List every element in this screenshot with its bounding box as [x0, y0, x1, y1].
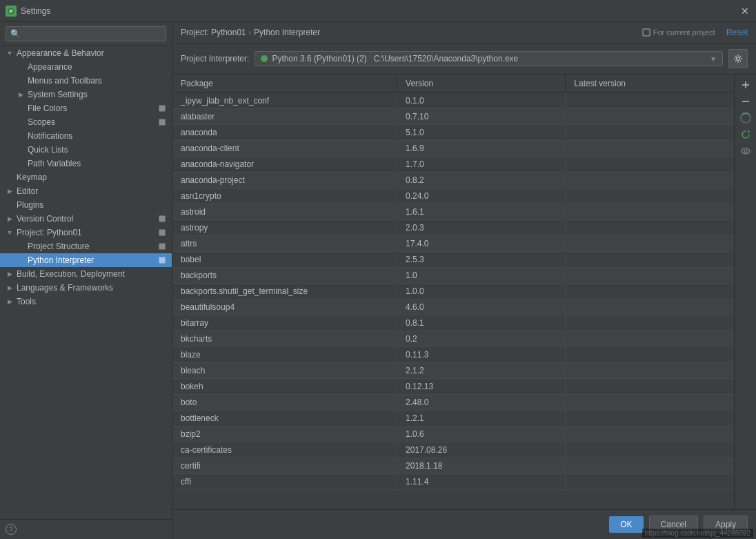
- table-row[interactable]: astropy2.0.3: [172, 220, 734, 236]
- latest-version-cell: [566, 427, 734, 442]
- breadcrumb-project: Project: Python01: [181, 28, 246, 37]
- latest-version-cell: [566, 379, 734, 395]
- sidebar-label-menus-toolbars: Menus and Toolbars: [28, 76, 102, 86]
- sidebar-item-quick-lists[interactable]: Quick Lists: [0, 143, 172, 157]
- upgrade-package-button[interactable]: [738, 110, 753, 126]
- add-package-button[interactable]: [738, 77, 753, 92]
- svg-rect-3: [159, 119, 166, 126]
- sidebar-item-menus-toolbars[interactable]: Menus and Toolbars: [0, 74, 172, 88]
- reset-button[interactable]: Reset: [726, 28, 748, 37]
- toggle-outdated-button[interactable]: [738, 144, 753, 159]
- table-row[interactable]: bokeh0.12.13: [172, 379, 734, 395]
- package-name-cell: bottleneck: [172, 411, 397, 427]
- packages-table-scroll[interactable]: Package Version Latest version: [172, 75, 734, 509]
- sidebar-item-appearance[interactable]: Appearance: [0, 60, 172, 74]
- version-cell: 0.1.0: [397, 93, 566, 109]
- version-cell: 0.7.10: [397, 109, 566, 125]
- leaf-spacer: [17, 63, 25, 71]
- package-name-cell: blaze: [172, 347, 397, 363]
- sidebar-item-plugins[interactable]: Plugins: [0, 198, 172, 212]
- sidebar-item-notifications[interactable]: Notifications: [0, 129, 172, 143]
- sidebar-item-version-control[interactable]: ▶ Version Control: [0, 212, 172, 226]
- interpreter-icon: [158, 256, 166, 264]
- latest-version-cell: [566, 252, 734, 268]
- table-row[interactable]: attrs17.4.0: [172, 236, 734, 252]
- table-row[interactable]: anaconda-project0.8.2: [172, 173, 734, 188]
- table-row[interactable]: bottleneck1.2.1: [172, 411, 734, 427]
- svg-rect-2: [159, 106, 166, 112]
- table-row[interactable]: bleach2.1.2: [172, 363, 734, 379]
- latest-version-cell: [566, 300, 734, 315]
- search-input[interactable]: [6, 26, 166, 41]
- sidebar-item-scopes[interactable]: Scopes: [0, 115, 172, 129]
- table-row[interactable]: blaze0.11.3: [172, 347, 734, 363]
- project-icon: [158, 228, 166, 237]
- help-button[interactable]: ?: [6, 524, 17, 535]
- sidebar-item-appearance-behavior[interactable]: ▼ Appearance & Behavior: [0, 46, 172, 60]
- table-row[interactable]: certifi2018.1.18: [172, 458, 734, 474]
- sidebar-item-file-colors[interactable]: File Colors: [0, 101, 172, 115]
- table-row[interactable]: alabaster0.7.10: [172, 109, 734, 125]
- sidebar-item-project-structure[interactable]: Project Structure: [0, 239, 172, 253]
- sidebar-label-tools: Tools: [17, 297, 36, 306]
- sidebar-item-system-settings[interactable]: ▶ System Settings: [0, 88, 172, 101]
- settings-window: P Settings ✕ ▼ Appearance & Behavior App…: [0, 0, 756, 539]
- latest-version-cell: [566, 220, 734, 236]
- sidebar-label-languages-frameworks: Languages & Frameworks: [17, 283, 113, 293]
- remove-package-button[interactable]: [738, 94, 753, 109]
- latest-version-cell: [566, 315, 734, 331]
- sidebar-item-path-variables[interactable]: Path Variables: [0, 157, 172, 170]
- breadcrumb-arrow-icon: ›: [249, 29, 251, 37]
- table-container: Package Version Latest version: [172, 75, 756, 509]
- table-row[interactable]: anaconda-client1.6.9: [172, 141, 734, 157]
- sidebar-item-project-python01[interactable]: ▼ Project: Python01: [0, 226, 172, 239]
- sidebar-item-build-execution[interactable]: ▶ Build, Execution, Deployment: [0, 267, 172, 281]
- sidebar-item-keymap[interactable]: Keymap: [0, 170, 172, 184]
- sidebar-item-editor[interactable]: ▶ Editor: [0, 184, 172, 198]
- table-row[interactable]: _ipyw_jlab_nb_ext_conf0.1.0: [172, 93, 734, 109]
- latest-version-cell: [566, 474, 734, 490]
- column-header-version: Version: [397, 75, 566, 93]
- package-name-cell: bokeh: [172, 379, 397, 395]
- version-cell: 1.2.1: [397, 411, 566, 427]
- table-row[interactable]: bzip21.0.6: [172, 427, 734, 442]
- for-current-project: For current project: [642, 28, 715, 37]
- package-name-cell: astroid: [172, 204, 397, 220]
- package-name-cell: anaconda-navigator: [172, 157, 397, 173]
- table-row[interactable]: babel2.5.3: [172, 252, 734, 268]
- table-actions: [734, 75, 756, 509]
- sidebar-label-build-execution: Build, Execution, Deployment: [17, 269, 125, 279]
- table-row[interactable]: boto2.48.0: [172, 395, 734, 411]
- table-row[interactable]: bitarray0.8.1: [172, 315, 734, 331]
- table-row[interactable]: ca-certificates2017.08.26: [172, 442, 734, 458]
- table-row[interactable]: astroid1.6.1: [172, 204, 734, 220]
- sidebar-item-python-interpreter[interactable]: Python Interpreter: [0, 253, 172, 267]
- interpreter-settings-button[interactable]: [728, 49, 748, 68]
- version-cell: 2.0.3: [397, 220, 566, 236]
- interpreter-label: Project Interpreter:: [181, 54, 249, 63]
- table-row[interactable]: bkcharts0.2: [172, 331, 734, 347]
- table-row[interactable]: asn1crypto0.24.0: [172, 188, 734, 204]
- packages-table: Package Version Latest version: [172, 75, 734, 490]
- package-name-cell: astropy: [172, 220, 397, 236]
- table-row[interactable]: backports.shutil_get_terminal_size1.0.0: [172, 284, 734, 300]
- table-row[interactable]: beautifulsoup44.6.0: [172, 300, 734, 315]
- package-name-cell: certifi: [172, 458, 397, 474]
- package-name-cell: ca-certificates: [172, 442, 397, 458]
- package-name-cell: bzip2: [172, 427, 397, 442]
- expand-arrow-vc-icon: ▶: [6, 215, 14, 223]
- package-name-cell: backports.shutil_get_terminal_size: [172, 284, 397, 300]
- table-row[interactable]: anaconda5.1.0: [172, 125, 734, 141]
- refresh-button[interactable]: [738, 127, 753, 142]
- expand-arrow-build-icon: ▶: [6, 270, 14, 278]
- table-row[interactable]: backports1.0: [172, 268, 734, 284]
- sidebar-item-tools[interactable]: ▶ Tools: [0, 295, 172, 308]
- table-row[interactable]: anaconda-navigator1.7.0: [172, 157, 734, 173]
- close-button[interactable]: ✕: [739, 6, 750, 17]
- sidebar-item-languages-frameworks[interactable]: ▶ Languages & Frameworks: [0, 281, 172, 295]
- svg-point-13: [742, 148, 750, 154]
- table-row[interactable]: cffi1.11.4: [172, 474, 734, 490]
- interpreter-select[interactable]: Python 3.6 (Python01) (2) C:\Users\17520…: [255, 51, 723, 66]
- ok-button[interactable]: OK: [609, 516, 643, 533]
- column-header-package: Package: [172, 75, 397, 93]
